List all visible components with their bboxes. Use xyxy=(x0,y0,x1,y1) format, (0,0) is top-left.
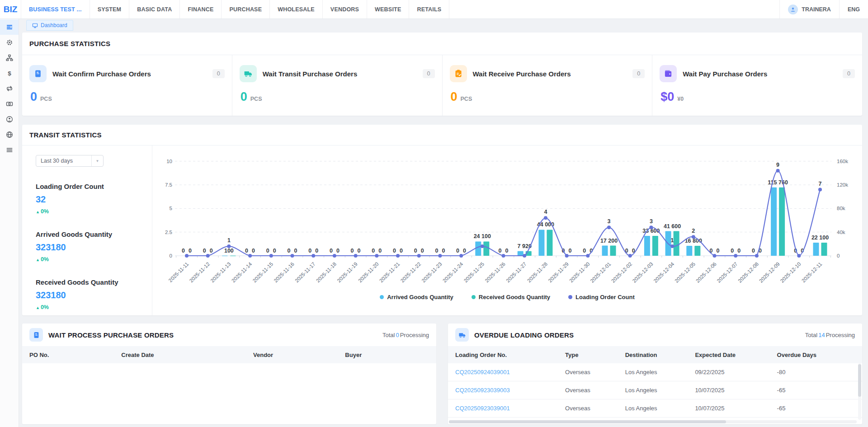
svg-text:9: 9 xyxy=(776,162,779,168)
stat-card-label: Wait Transit Purchase Orders xyxy=(263,70,358,78)
table-row: CQ20250924039001OverseasLos Angeles09/22… xyxy=(448,363,862,381)
svg-text:0: 0 xyxy=(378,248,382,254)
sidebar-item-dashboard[interactable] xyxy=(0,19,19,35)
sidebar-item-globe[interactable] xyxy=(0,127,19,142)
tab-dashboard[interactable]: Dashboard xyxy=(26,20,73,31)
svg-text:4: 4 xyxy=(544,209,547,215)
svg-text:0: 0 xyxy=(737,248,741,254)
legend-label: Loading Order Count xyxy=(576,294,635,300)
transit-statistics-title: TRANSIT STATISTICS xyxy=(29,131,102,139)
transfer-arrows-icon xyxy=(6,85,13,92)
nav-item-wholesale[interactable]: WHOLESALE xyxy=(270,0,323,19)
main-menu: BUSINESS TEST ...SYSTEMBASIC DATAFINANCE… xyxy=(21,0,449,19)
arrow-up-icon: ▲ xyxy=(36,210,40,214)
svg-text:0: 0 xyxy=(583,248,586,254)
loading-order-link[interactable]: CQ20250923039003 xyxy=(455,387,565,394)
loading-order-link[interactable]: CQ20250924039001 xyxy=(455,369,565,375)
svg-text:0: 0 xyxy=(189,248,192,254)
language-menu[interactable]: ENG xyxy=(839,0,868,19)
sidebar-item-transfer[interactable] xyxy=(0,81,19,96)
table-cell: Los Angeles xyxy=(625,369,695,375)
nav-item-website[interactable]: WEBSITE xyxy=(367,0,409,19)
nav-item-retails[interactable]: RETAILS xyxy=(409,0,449,19)
metric-change: ▲0% xyxy=(36,256,143,263)
svg-text:2025-11-24: 2025-11-24 xyxy=(442,261,464,284)
vertical-scrollbar xyxy=(858,363,861,420)
sidebar-item-cashier[interactable] xyxy=(0,96,19,112)
svg-text:0: 0 xyxy=(435,248,438,254)
sidebar-item-account[interactable] xyxy=(0,112,19,127)
svg-text:2.5: 2.5 xyxy=(165,230,172,235)
svg-text:0: 0 xyxy=(266,248,269,254)
svg-text:0: 0 xyxy=(421,248,424,254)
svg-text:2025-12-10: 2025-12-10 xyxy=(779,261,802,284)
table-cell: Los Angeles xyxy=(625,387,695,394)
stat-card-label: Wait Pay Purchase Orders xyxy=(683,70,767,78)
stat-card-badge: 0 xyxy=(212,69,225,78)
svg-text:0: 0 xyxy=(273,248,276,254)
vertical-scrollbar-thumb[interactable] xyxy=(858,364,861,397)
svg-text:0: 0 xyxy=(837,253,840,258)
nav-item-system[interactable]: SYSTEM xyxy=(90,0,130,19)
metric-label: Received Goods Quantity xyxy=(36,278,143,286)
overdue-loading-title: OVERDUE LOADING ORDERS xyxy=(474,331,574,339)
svg-text:3: 3 xyxy=(608,218,611,225)
wait-process-total: Total0Processing xyxy=(382,332,429,338)
wait-process-title: WAIT PROCESS PURCHASE ORDERS xyxy=(48,331,174,339)
svg-text:120k: 120k xyxy=(837,182,848,188)
legend-item-loading-order-count[interactable]: Loading Order Count xyxy=(568,294,635,300)
metric-label: Arrived Goods Quantity xyxy=(36,230,143,238)
nav-item-vendors[interactable]: VENDORS xyxy=(323,0,367,19)
column-header-type: Type xyxy=(565,352,625,358)
nav-item-purchase[interactable]: PURCHASE xyxy=(222,0,270,19)
stat-card-1[interactable]: Wait Transit Purchase Orders00PCS xyxy=(232,55,443,116)
sidebar-item-finance[interactable]: $ xyxy=(0,66,19,81)
svg-text:2025-12-06: 2025-12-06 xyxy=(695,261,717,284)
wait-process-card: WAIT PROCESS PURCHASE ORDERS Total0Proce… xyxy=(22,324,436,424)
svg-text:2025-12-11: 2025-12-11 xyxy=(801,261,823,283)
legend-item-received-goods-quantity[interactable]: Received Goods Quantity xyxy=(472,294,550,300)
svg-text:0: 0 xyxy=(372,248,375,254)
purchase-order-icon xyxy=(29,328,43,342)
arrow-up-icon: ▲ xyxy=(36,305,40,310)
nav-item-basic-data[interactable]: BASIC DATA xyxy=(129,0,180,19)
svg-text:0: 0 xyxy=(182,248,185,254)
svg-text:10: 10 xyxy=(166,159,172,164)
stat-card-2[interactable]: Wait Receive Purchase Orders00PCS xyxy=(443,55,653,116)
horizontal-scrollbar xyxy=(449,420,857,423)
svg-text:7.5: 7.5 xyxy=(165,182,172,188)
user-menu[interactable]: TRAINERA xyxy=(779,0,839,19)
svg-text:2025-11-23: 2025-11-23 xyxy=(420,261,443,283)
date-range-select[interactable]: Last 30 days ▼ xyxy=(36,155,104,167)
svg-text:0: 0 xyxy=(294,248,297,254)
sidebar-item-settings[interactable] xyxy=(0,35,19,50)
stat-card-label: Wait Confirm Purchase Orders xyxy=(52,70,151,78)
overdue-loading-header: OVERDUE LOADING ORDERS Total14Processing xyxy=(448,324,862,346)
legend-item-arrived-goods-quantity[interactable]: Arrived Goods Quantity xyxy=(380,294,453,300)
sidebar-item-menu[interactable] xyxy=(0,142,19,158)
column-header-create-date: Create Date xyxy=(121,352,253,358)
svg-text:2025-11-14: 2025-11-14 xyxy=(231,261,253,284)
svg-text:0: 0 xyxy=(210,248,213,254)
metric-change: ▲0% xyxy=(36,304,143,310)
stat-card-0[interactable]: Wait Confirm Purchase Orders00PCS xyxy=(22,55,232,116)
svg-text:2025-11-20: 2025-11-20 xyxy=(357,261,379,283)
transit-statistics-card: TRANSIT STATISTICS Last 30 days ▼ Loadin… xyxy=(22,125,862,315)
nav-item-finance[interactable]: FINANCE xyxy=(180,0,222,19)
svg-text:0: 0 xyxy=(463,248,466,254)
metric-received-goods-quantity: Received Goods Quantity323180▲0% xyxy=(36,278,143,310)
legend-dot xyxy=(380,295,384,299)
monitor-icon xyxy=(32,23,38,28)
svg-text:2025-11-27: 2025-11-27 xyxy=(505,261,527,283)
stat-card-3[interactable]: Wait Pay Purchase Orders0$0¥0 xyxy=(652,55,862,116)
tab-label: Dashboard xyxy=(41,22,67,28)
svg-text:0: 0 xyxy=(505,248,509,254)
nav-item-business-test[interactable]: BUSINESS TEST ... xyxy=(21,0,90,19)
sidebar-item-organization[interactable] xyxy=(0,50,19,66)
svg-text:2025-11-30: 2025-11-30 xyxy=(568,261,590,283)
svg-text:0: 0 xyxy=(393,248,396,254)
metric-label: Loading Order Count xyxy=(36,183,143,190)
loading-order-link[interactable]: CQ20250923039001 xyxy=(455,405,565,412)
horizontal-scrollbar-thumb[interactable] xyxy=(449,420,726,423)
svg-text:0: 0 xyxy=(308,248,311,254)
